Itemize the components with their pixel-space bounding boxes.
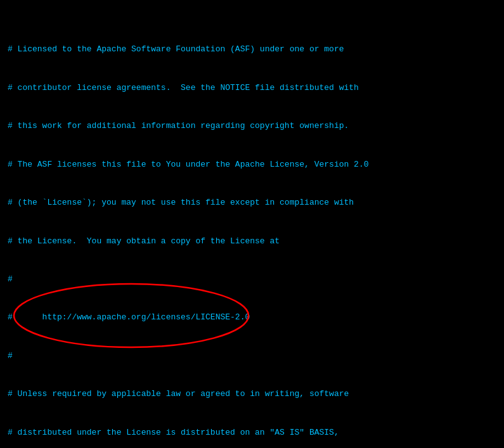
line-6: # the License. You may obtain a copy of … xyxy=(8,235,496,248)
line-11: # distributed under the License is distr… xyxy=(8,426,496,439)
line-3: # this work for additional information r… xyxy=(8,120,496,132)
line-1: # Licensed to the Apache Software Founda… xyxy=(8,43,496,56)
line-9: # xyxy=(8,350,496,362)
line-5: # (the `License`); you may not use this … xyxy=(8,196,496,209)
code-container: # Licensed to the Apache Software Founda… xyxy=(8,5,496,448)
line-7: # xyxy=(8,273,496,286)
line-10: # Unless required by applicable law or a… xyxy=(8,388,496,400)
line-2: # contributor license agreements. See th… xyxy=(8,82,496,94)
line-8: # http://www.apache.org/licenses/LICENSE… xyxy=(8,311,496,324)
code-editor: # Licensed to the Apache Software Founda… xyxy=(8,5,496,448)
line-4: # The ASF licenses this file to You unde… xyxy=(8,158,496,171)
